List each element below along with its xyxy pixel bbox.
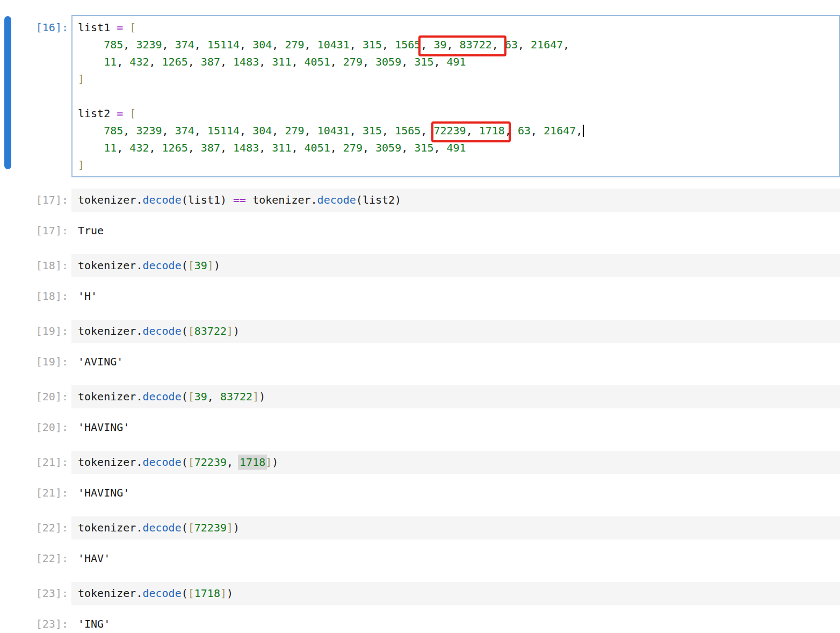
code-token: decode bbox=[317, 193, 356, 206]
code-token: 15114 bbox=[207, 38, 240, 51]
input-prompt: [23]: bbox=[0, 582, 71, 602]
code-token: , bbox=[149, 55, 162, 68]
code-token: tokenizer bbox=[252, 193, 310, 206]
code-token: 279 bbox=[285, 38, 304, 51]
code-token: ) bbox=[214, 259, 220, 272]
code-editor[interactable]: tokenizer.decode([83722]) bbox=[71, 320, 840, 343]
code-line: ] bbox=[78, 70, 834, 88]
code-token: 1265 bbox=[162, 141, 188, 154]
code-cell: [18]:tokenizer.decode([39]) bbox=[0, 254, 840, 277]
code-token: , bbox=[447, 38, 460, 51]
code-token: , bbox=[117, 141, 129, 154]
code-token: , bbox=[382, 38, 395, 51]
code-token: 15114 bbox=[207, 124, 240, 137]
output-area: [20]:'HAVING' bbox=[0, 419, 840, 436]
code-token: , bbox=[291, 141, 304, 154]
code-token: 304 bbox=[252, 124, 272, 137]
code-token: , bbox=[305, 124, 317, 137]
code-token: 1483 bbox=[233, 55, 259, 68]
code-cell: [17]:tokenizer.decode(list1) == tokenize… bbox=[0, 189, 840, 212]
code-token: 304 bbox=[252, 38, 272, 51]
code-token: . bbox=[136, 325, 142, 337]
code-token bbox=[78, 55, 104, 68]
code-token: decode bbox=[142, 521, 181, 534]
code-token: ( bbox=[182, 193, 188, 206]
code-line: tokenizer.decode([83722]) bbox=[78, 322, 834, 340]
code-token: decode bbox=[142, 456, 181, 469]
code-editor[interactable]: tokenizer.decode([72239]) bbox=[71, 516, 840, 540]
code-token: , bbox=[505, 124, 518, 137]
code-token: 10431 bbox=[317, 124, 350, 137]
code-editor[interactable]: tokenizer.decode([72239, 1718]) bbox=[71, 451, 840, 474]
code-editor[interactable]: tokenizer.decode([1718]) bbox=[71, 582, 840, 605]
code-token: ] bbox=[78, 159, 84, 171]
code-editor[interactable]: tokenizer.decode(list1) == tokenizer.dec… bbox=[71, 189, 840, 212]
code-token bbox=[78, 141, 104, 154]
code-line: tokenizer.decode([72239]) bbox=[78, 519, 834, 536]
code-token: . bbox=[136, 193, 142, 206]
code-token: . bbox=[136, 390, 142, 403]
code-token: 491 bbox=[447, 141, 466, 154]
output-text: 'ING' bbox=[71, 615, 840, 632]
code-token: [ bbox=[188, 259, 194, 272]
code-token: , bbox=[123, 124, 136, 137]
code-token: , bbox=[272, 124, 285, 137]
code-token: ) bbox=[233, 325, 240, 337]
code-token: 432 bbox=[129, 55, 149, 68]
code-token: , bbox=[259, 55, 272, 68]
code-cell: [21]:tokenizer.decode([72239, 1718]) bbox=[0, 451, 840, 474]
code-token: 1265 bbox=[162, 55, 188, 68]
code-token: 72239 bbox=[194, 456, 227, 469]
output-prompt: [18]: bbox=[0, 287, 71, 305]
code-token: , bbox=[240, 38, 252, 51]
output-area: [21]:'HAVING' bbox=[0, 484, 840, 501]
code-token: [ bbox=[129, 107, 136, 120]
code-editor[interactable]: list1 = [ 785, 3239, 374, 15114, 304, 27… bbox=[71, 15, 840, 177]
output-prompt: [19]: bbox=[0, 353, 71, 370]
code-token: 311 bbox=[272, 55, 291, 68]
code-token: , bbox=[363, 55, 375, 68]
code-token: 279 bbox=[343, 55, 363, 68]
code-token: decode bbox=[142, 390, 181, 403]
code-token: ] bbox=[265, 456, 272, 469]
code-line: tokenizer.decode([72239, 1718]) bbox=[78, 454, 834, 471]
code-token: 1718 bbox=[194, 587, 220, 600]
code-token: ] bbox=[252, 390, 259, 403]
code-token: tokenizer bbox=[78, 259, 136, 272]
code-token: tokenizer bbox=[78, 325, 136, 337]
code-token: , bbox=[401, 55, 414, 68]
code-token: , bbox=[272, 38, 285, 51]
code-token: 39 bbox=[194, 390, 207, 403]
code-token: 785 bbox=[104, 124, 123, 137]
input-prompt: [22]: bbox=[0, 516, 71, 536]
code-token: ) bbox=[272, 456, 278, 469]
code-editor[interactable]: tokenizer.decode([39]) bbox=[71, 254, 840, 277]
code-token: 63 bbox=[505, 38, 518, 51]
code-token: ( bbox=[182, 259, 188, 272]
code-token: 83722 bbox=[220, 390, 252, 403]
code-token: [ bbox=[188, 587, 194, 600]
output-text: 'H' bbox=[71, 287, 840, 305]
code-token: 387 bbox=[201, 55, 220, 68]
code-token: , bbox=[207, 390, 220, 403]
code-token: list2 bbox=[363, 193, 395, 206]
code-token: tokenizer bbox=[78, 456, 136, 469]
code-token: , bbox=[492, 38, 505, 51]
code-token: ( bbox=[182, 390, 188, 403]
code-editor[interactable]: tokenizer.decode([39, 83722]) bbox=[71, 385, 840, 408]
code-token: [ bbox=[188, 390, 194, 403]
output-prompt: [21]: bbox=[0, 484, 71, 501]
code-token bbox=[78, 90, 84, 103]
code-line: 11, 432, 1265, 387, 1483, 311, 4051, 279… bbox=[78, 139, 834, 156]
code-token: 83722 bbox=[194, 325, 227, 337]
output-text: 'HAVING' bbox=[71, 419, 840, 436]
code-token: decode bbox=[142, 325, 181, 337]
code-token: , bbox=[259, 141, 272, 154]
code-token: tokenizer bbox=[78, 390, 136, 403]
code-cell-active: [16]:list1 = [ 785, 3239, 374, 15114, 30… bbox=[0, 15, 840, 177]
code-token: 1718 bbox=[238, 455, 267, 470]
code-token: 72239 bbox=[433, 124, 466, 137]
code-token: ] bbox=[227, 521, 233, 534]
code-token: 83722 bbox=[460, 38, 492, 51]
output-text: True bbox=[71, 222, 840, 239]
